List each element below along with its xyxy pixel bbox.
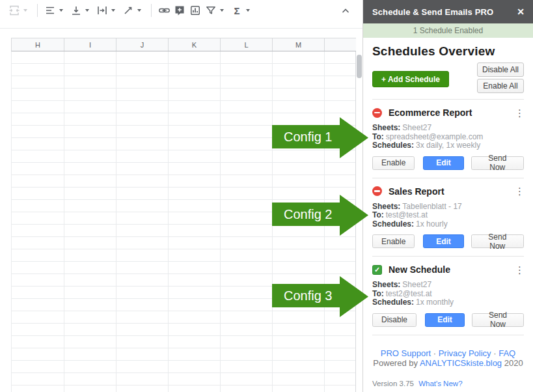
kebab-menu-icon[interactable]: ⋮ (515, 108, 524, 118)
powered-by-text: Powered by (373, 358, 418, 368)
config-3-arrow: Config 3 (272, 276, 368, 317)
page-title: Schedules Overview (372, 44, 524, 59)
enabled-checkbox-icon: ✓ (372, 265, 382, 275)
separator: · (493, 348, 496, 358)
add-schedule-button[interactable]: + Add Schedule (372, 71, 449, 87)
disabled-status-icon (372, 186, 382, 196)
disabled-status-icon (372, 108, 382, 118)
insert-link-icon[interactable] (157, 3, 171, 18)
powered-by-year: 2020 (504, 358, 523, 368)
hide-toolbar-chevron-icon[interactable] (338, 3, 353, 19)
functions-caret-icon[interactable] (246, 9, 250, 12)
horizontal-align-caret-icon[interactable] (59, 9, 63, 12)
whats-new-link[interactable]: What's New? (418, 380, 462, 387)
sheets-line: Sheets:Tabellenblatt - 17 (372, 203, 524, 212)
disable-all-button[interactable]: Disable All (477, 63, 524, 77)
edit-button[interactable]: Edit (423, 234, 463, 248)
divider (372, 99, 524, 100)
to-line: To:spreadsheet@example.com (372, 133, 524, 142)
send-now-button[interactable]: Send Now (471, 156, 524, 170)
config-2-arrow: Config 2 (272, 195, 368, 236)
grid-vertical-line (220, 51, 221, 392)
close-icon[interactable]: ✕ (517, 7, 525, 16)
schedules-line: Schedules:1x monthly (372, 298, 524, 307)
insert-chart-icon[interactable] (188, 3, 202, 18)
column-header[interactable]: H (12, 38, 64, 51)
separator: · (433, 348, 436, 358)
config-3-label: Config 3 (284, 284, 333, 307)
filter-icon[interactable] (204, 3, 218, 18)
sidebar-footer: PRO Support · Privacy Policy · FAQ Power… (372, 348, 524, 368)
bulk-action-buttons: Disable All Enable All (477, 63, 524, 93)
privacy-policy-link[interactable]: Privacy Policy (439, 348, 491, 358)
schedule-card: Ecommerce Report ⋮ Sheets:Sheet27 To:spr… (372, 106, 524, 170)
filter-caret-icon[interactable] (220, 9, 224, 12)
column-header-row: H I J K L M (11, 38, 356, 51)
vertical-align-caret-icon[interactable] (85, 9, 89, 12)
schedules-line: Schedules:3x daily, 1x weekly (372, 141, 524, 150)
column-header[interactable]: M (273, 38, 325, 51)
faq-link[interactable]: FAQ (499, 348, 515, 358)
app-window: Σ H I J K L M (0, 0, 533, 392)
enabled-count-banner: 1 Schedule Enabled (363, 23, 533, 38)
functions-icon[interactable]: Σ (230, 3, 244, 18)
horizontal-align-icon[interactable] (43, 3, 57, 18)
kebab-menu-icon[interactable]: ⋮ (515, 186, 524, 196)
to-line: To:test2@test.at (372, 290, 524, 299)
disable-button[interactable]: Disable (372, 313, 417, 327)
edit-button[interactable]: Edit (425, 313, 465, 327)
addon-sidebar: Schedule & Send Emails PRO ✕ 1 Schedule … (362, 0, 533, 392)
text-rotation-icon[interactable] (121, 3, 135, 18)
toolbar-bottom-border (0, 28, 362, 29)
text-wrap-icon[interactable] (95, 3, 109, 18)
enable-button[interactable]: Enable (372, 156, 415, 170)
toolbar-divider (37, 4, 38, 17)
schedule-title: New Schedule (389, 264, 450, 275)
sidebar-header: Schedule & Send Emails PRO ✕ (363, 0, 533, 23)
divider (372, 335, 524, 335)
grid-vertical-line (64, 51, 64, 392)
version-text: Version 3.75 (372, 380, 414, 387)
config-1-arrow: Config 1 (272, 117, 368, 158)
pro-support-link[interactable]: PRO Support (381, 348, 431, 358)
config-2-label: Config 2 (284, 203, 333, 226)
column-header[interactable] (325, 38, 356, 51)
sidebar-content: Schedules Overview + Add Schedule Disabl… (363, 44, 533, 368)
column-header[interactable]: J (116, 38, 169, 51)
schedule-actions: + Add Schedule Disable All Enable All (372, 63, 524, 99)
send-now-button[interactable]: Send Now (472, 313, 524, 327)
grid-vertical-line (116, 51, 116, 392)
vertical-align-icon[interactable] (69, 3, 83, 18)
schedule-card: Sales Report ⋮ Sheets:Tabellenblatt - 17… (372, 185, 524, 249)
text-wrap-caret-icon[interactable] (111, 9, 115, 12)
merge-cells-caret-icon (23, 9, 27, 12)
divider (372, 256, 524, 257)
sheets-toolbar: Σ (0, 0, 362, 21)
merge-cells-icon (7, 3, 21, 18)
add-comment-icon[interactable] (172, 3, 187, 18)
analyticskiste-link[interactable]: ANALYTICSkiste.blog (420, 358, 502, 368)
schedules-line: Schedules:1x hourly (372, 220, 524, 229)
schedule-card: ✓ New Schedule ⋮ Sheets:Sheet27 To:test2… (372, 263, 524, 327)
schedule-title: Sales Report (389, 186, 444, 197)
version-row: Version 3.75 What's New? (372, 380, 463, 387)
column-header[interactable]: L (221, 38, 273, 51)
toolbar-divider (151, 4, 152, 17)
send-now-button[interactable]: Send Now (471, 234, 524, 248)
text-rotation-caret-icon[interactable] (137, 9, 141, 12)
column-header[interactable]: I (64, 38, 116, 51)
column-header[interactable]: K (169, 38, 221, 51)
sidebar-title: Schedule & Send Emails PRO (372, 7, 517, 17)
kebab-menu-icon[interactable]: ⋮ (515, 265, 524, 275)
divider (372, 178, 524, 178)
sheets-line: Sheets:Sheet27 (372, 281, 524, 290)
schedule-title: Ecommerce Report (389, 107, 472, 118)
to-line: To:test@test.at (372, 211, 524, 220)
enable-all-button[interactable]: Enable All (477, 79, 524, 93)
sheets-line: Sheets:Sheet27 (372, 124, 524, 133)
enable-button[interactable]: Enable (372, 234, 415, 248)
config-1-label: Config 1 (284, 125, 333, 148)
edit-button[interactable]: Edit (423, 156, 463, 170)
vertical-scrollbar-thumb[interactable] (357, 55, 362, 78)
grid-vertical-line (168, 51, 169, 392)
